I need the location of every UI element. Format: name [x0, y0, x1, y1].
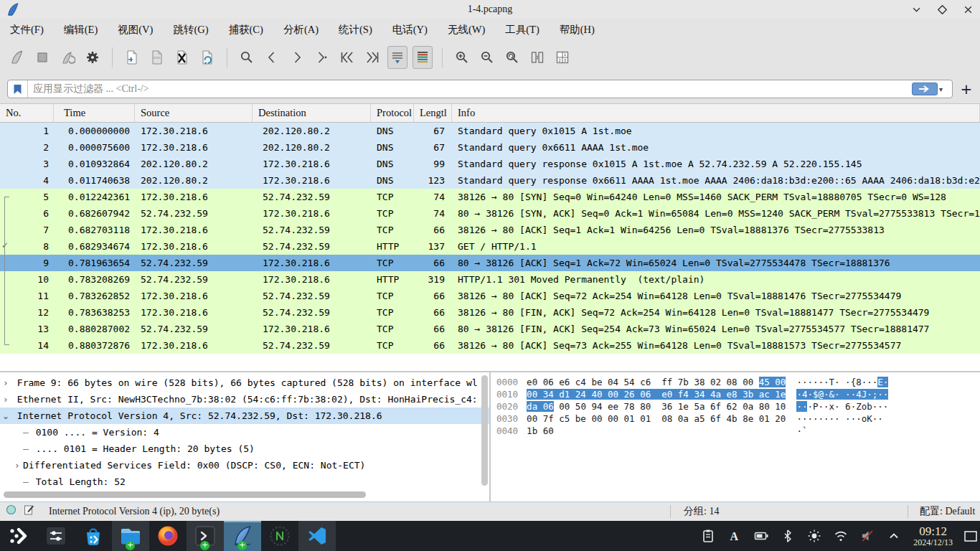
zoom-in-icon[interactable] [452, 46, 472, 69]
tray-bluetooth-icon[interactable] [780, 525, 796, 547]
col-destination[interactable]: Destination [253, 104, 371, 122]
expert-info-icon[interactable] [6, 504, 17, 518]
expander-collapsed-icon[interactable]: › [0, 378, 11, 388]
col-protocol[interactable]: Protocol [371, 104, 414, 122]
open-file-icon[interactable] [122, 46, 142, 69]
capture-comment-icon[interactable] [24, 504, 34, 518]
detail-line-4[interactable]: – 0100 .... = Version: 4 [0, 424, 489, 441]
auto-scroll-icon[interactable] [387, 46, 407, 69]
menu-v[interactable]: 视图(V) [118, 23, 153, 37]
packet-row-6[interactable]: 60.68260794252.74.232.59172.30.218.6TCP7… [0, 205, 980, 222]
show-desktop-button[interactable] [961, 528, 980, 544]
filter-dropdown-caret[interactable]: ▾ [939, 85, 949, 93]
maximize-button[interactable] [934, 1, 950, 17]
dock-terminal-icon[interactable]: + [187, 521, 224, 551]
detail-line-7[interactable]: – Total Length: 52 [0, 474, 489, 490]
resize-columns-icon[interactable] [527, 46, 547, 69]
detail-line-2[interactable]: › Ethernet II, Src: NewH3CTechno_7b:38:0… [0, 391, 489, 408]
col-source[interactable]: Source [135, 104, 253, 122]
dock-control-center-icon[interactable] [37, 521, 75, 551]
menu-a[interactable]: 分析(A) [283, 23, 319, 37]
capture-options-icon[interactable] [83, 46, 103, 69]
packet-row-3[interactable]: 30.010932864202.120.80.2172.30.218.6DNS9… [0, 156, 980, 172]
find-packet-icon[interactable] [237, 46, 257, 69]
zoom-reset-icon[interactable] [502, 46, 522, 69]
col-no[interactable]: No. [0, 104, 54, 122]
detail-line-5[interactable]: – .... 0101 = Header Length: 20 bytes (5… [0, 441, 489, 457]
dock-neovim-icon[interactable] [261, 521, 298, 551]
dock-file-manager-icon[interactable]: + [112, 521, 149, 551]
tray-wifi-icon[interactable] [833, 525, 849, 547]
reload-file-icon[interactable] [197, 46, 217, 69]
expander-collapsed-icon[interactable]: › [11, 461, 23, 471]
filter-bookmark-icon[interactable] [8, 80, 28, 98]
packet-row-4[interactable]: 40.011740638202.120.80.2172.30.218.6DNS1… [0, 172, 980, 189]
detail-line-1[interactable]: › Frame 9: 66 bytes on wire (528 bits), … [0, 375, 489, 391]
minimize-button[interactable] [908, 1, 924, 17]
detail-line-3[interactable]: ⌄ Internet Protocol Version 4, Src: 52.7… [0, 408, 489, 424]
go-to-packet-icon[interactable] [312, 46, 332, 69]
packet-row-13[interactable]: 130.88028700252.74.232.59172.30.218.6TCP… [0, 321, 980, 337]
displayed-columns-icon[interactable]: 123 [552, 46, 573, 69]
menu-t[interactable]: 工具(T) [505, 23, 540, 37]
save-file-icon[interactable]: 0101 [147, 46, 167, 69]
hex-row-0030[interactable]: 003000 7f c5 be 00 00 01 01 08 0a a5 6f … [496, 413, 980, 425]
packet-row-7[interactable]: 70.682703118172.30.218.652.74.232.59TCP6… [0, 222, 980, 238]
filter-add-button[interactable]: + [958, 80, 974, 98]
menu-f[interactable]: 文件(F) [10, 23, 44, 37]
detail-line-6[interactable]: ›Differentiated Services Field: 0x00 (DS… [0, 457, 489, 474]
tray-input-method-icon[interactable]: A [727, 525, 743, 547]
tray-expand-icon[interactable] [886, 525, 902, 547]
packet-row-1[interactable]: 10.000000000172.30.218.6202.120.80.2DNS6… [0, 123, 980, 139]
dock-wireshark-icon[interactable]: + [224, 521, 261, 551]
close-button[interactable] [960, 1, 976, 17]
menu-y[interactable]: 电话(Y) [392, 23, 428, 37]
filter-apply-button[interactable] [912, 83, 938, 95]
details-hscrollbar[interactable] [4, 491, 366, 498]
packet-row-10[interactable]: 100.78320826952.74.232.59172.30.218.6HTT… [0, 271, 980, 288]
tray-brightness-icon[interactable] [806, 525, 822, 547]
restart-capture-icon[interactable] [57, 46, 77, 69]
hex-row-0000[interactable]: 0000e0 06 e6 c4 be 04 54 c6 ff 7b 38 02 … [496, 377, 980, 389]
menu-c[interactable]: 捕获(C) [229, 23, 263, 37]
hex-row-0010[interactable]: 001000 34 d1 24 40 00 26 06 e0 f4 34 4a … [496, 389, 980, 401]
tray-clipboard-icon[interactable] [700, 525, 716, 547]
colorize-icon[interactable] [413, 46, 433, 69]
packet-row-8[interactable]: 80.682934674172.30.218.652.74.232.59HTTP… [0, 238, 980, 255]
menu-e[interactable]: 编辑(E) [64, 23, 98, 37]
menu-s[interactable]: 统计(S) [339, 23, 372, 37]
menu-g[interactable]: 跳转(G) [173, 23, 208, 37]
col-time[interactable]: Time [54, 104, 135, 122]
menu-w[interactable]: 无线(W) [448, 23, 485, 37]
status-profile[interactable]: 配置: Default [908, 505, 980, 518]
col-info[interactable]: Info [452, 104, 980, 122]
dock-firefox-icon[interactable] [149, 521, 187, 551]
expander-collapsed-icon[interactable]: › [0, 395, 11, 405]
expander-expanded-icon[interactable]: ⌄ [0, 411, 11, 421]
col-length[interactable]: Lengtl [414, 104, 452, 122]
tray-volume-muted-icon[interactable] [859, 525, 875, 547]
stop-capture-icon[interactable] [32, 46, 52, 69]
first-packet-icon[interactable] [337, 46, 357, 69]
menu-h[interactable]: 帮助(H) [560, 23, 595, 37]
clock[interactable]: 09:12 2024/12/13 [913, 525, 953, 547]
zoom-out-icon[interactable] [477, 46, 497, 69]
close-file-icon[interactable] [172, 46, 192, 69]
packet-row-12[interactable]: 120.783638253172.30.218.652.74.232.59TCP… [0, 304, 980, 321]
start-capture-icon[interactable] [7, 46, 27, 69]
display-filter-input[interactable]: 应用显示过滤器 ... <Ctrl-/> ▾ [7, 80, 953, 98]
packet-row-5[interactable]: 50.012242361172.30.218.652.74.232.59TCP7… [0, 189, 980, 205]
hex-row-0020[interactable]: 0020da 06 00 50 94 ee 78 80 36 1e 5a 6f … [496, 401, 980, 413]
dock-launcher-icon[interactable] [0, 521, 37, 551]
packet-row-14[interactable]: 140.880372876172.30.218.652.74.232.59TCP… [0, 337, 980, 354]
dock-vscode-icon[interactable] [298, 521, 336, 551]
go-back-icon[interactable] [262, 46, 282, 69]
packet-row-2[interactable]: 20.000075600172.30.218.6202.120.80.2DNS6… [0, 139, 980, 156]
packet-row-9[interactable]: 90.78196365452.74.232.59172.30.218.6TCP6… [0, 255, 980, 271]
last-packet-icon[interactable] [362, 46, 382, 69]
hex-row-0040[interactable]: 00401b 60·` [496, 425, 980, 438]
packet-row-11[interactable]: 110.783262852172.30.218.652.74.232.59TCP… [0, 288, 980, 304]
go-forward-icon[interactable] [287, 46, 307, 69]
dock-app-store-icon[interactable] [75, 521, 112, 551]
details-vscrollbar[interactable] [481, 375, 488, 486]
